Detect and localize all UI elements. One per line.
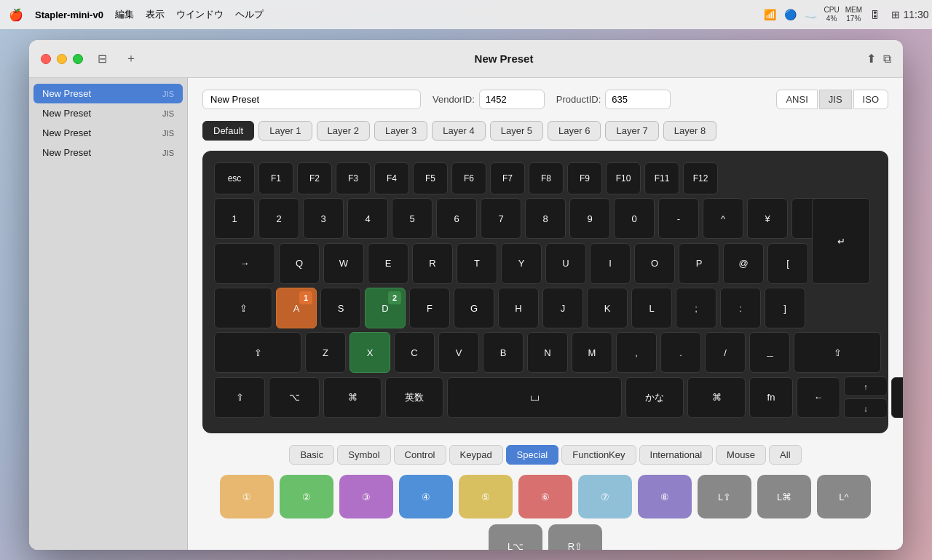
key-7[interactable]: 7: [481, 198, 521, 239]
key-shift-right[interactable]: ⇧: [794, 332, 881, 373]
key-tab[interactable]: →: [214, 243, 275, 284]
product-id-input[interactable]: [605, 90, 671, 109]
control-center-icon[interactable]: ⊞: [888, 7, 903, 22]
key-o[interactable]: O: [634, 243, 675, 284]
swatch-4[interactable]: ④: [399, 475, 453, 518]
layout-btn-ansi[interactable]: ANSI: [776, 90, 817, 109]
key-shift-left[interactable]: ⇧: [214, 332, 301, 373]
key-s[interactable]: S: [320, 288, 361, 328]
key-5[interactable]: 5: [392, 198, 433, 239]
key-space[interactable]: ⌴: [447, 377, 622, 418]
key-f10[interactable]: F10: [606, 162, 641, 194]
menu-help[interactable]: ヘルプ: [235, 8, 264, 21]
key-f1[interactable]: F1: [258, 162, 293, 194]
key-caps[interactable]: ⇪: [214, 288, 272, 328]
key-arrow-left[interactable]: ←: [797, 377, 840, 418]
app-name[interactable]: Stapler-mini-v0: [35, 9, 103, 20]
sidebar-item-2[interactable]: New Preset JIS: [33, 123, 183, 143]
swatch-lcmd[interactable]: L⌘: [757, 475, 811, 518]
key-cmd-right[interactable]: ⌘: [687, 377, 746, 418]
layer-tab-5[interactable]: Layer 5: [490, 121, 543, 141]
bluetooth-icon[interactable]: 🔵: [783, 7, 798, 22]
key-esc[interactable]: esc: [214, 162, 255, 194]
key-f2[interactable]: F2: [297, 162, 332, 194]
tab-keypad[interactable]: Keypad: [449, 445, 503, 465]
key-x[interactable]: X: [350, 332, 390, 373]
key-f3[interactable]: F3: [336, 162, 371, 194]
tab-basic[interactable]: Basic: [289, 445, 334, 465]
key-eisu[interactable]: 英数: [385, 377, 443, 418]
key-1[interactable]: 1: [214, 198, 255, 239]
key-f12[interactable]: F12: [683, 162, 718, 194]
add-button[interactable]: ＋: [121, 51, 141, 67]
key-comma[interactable]: ,: [616, 332, 657, 373]
key-t[interactable]: T: [457, 243, 497, 284]
key-0[interactable]: 0: [614, 198, 655, 239]
tab-mouse[interactable]: Mouse: [716, 445, 766, 465]
layout-btn-iso[interactable]: ISO: [853, 90, 888, 109]
key-globe[interactable]: ⇧: [214, 377, 265, 418]
swatch-lshift[interactable]: L⇧: [698, 475, 751, 518]
split-view-button[interactable]: ⧉: [883, 52, 891, 66]
key-a[interactable]: 1 A: [276, 288, 317, 328]
key-f5[interactable]: F5: [413, 162, 448, 194]
sidebar-item-3[interactable]: New Preset JIS: [33, 143, 183, 162]
key-f11[interactable]: F11: [644, 162, 679, 194]
key-p[interactable]: P: [679, 243, 719, 284]
key-m[interactable]: M: [572, 332, 612, 373]
key-cmd-left[interactable]: ⌘: [323, 377, 382, 418]
key-f9[interactable]: F9: [567, 162, 602, 194]
layer-tab-3[interactable]: Layer 3: [374, 121, 427, 141]
key-l[interactable]: L: [631, 288, 672, 328]
key-kana[interactable]: かな: [625, 377, 684, 418]
key-yen[interactable]: ¥: [747, 198, 788, 239]
key-minus[interactable]: -: [658, 198, 699, 239]
key-bracket-open[interactable]: [: [767, 243, 808, 284]
key-underscore[interactable]: ＿: [749, 332, 790, 373]
layer-tab-8[interactable]: Layer 8: [663, 121, 716, 141]
maximize-button[interactable]: [73, 54, 83, 64]
close-button[interactable]: [41, 54, 51, 64]
key-j[interactable]: J: [542, 288, 583, 328]
key-enter[interactable]: ↵: [812, 198, 870, 284]
key-arrow-down[interactable]: ↓: [844, 398, 888, 418]
layer-tab-1[interactable]: Layer 1: [258, 121, 312, 141]
minimize-button[interactable]: [57, 54, 67, 64]
key-f6[interactable]: F6: [451, 162, 486, 194]
key-b[interactable]: B: [483, 332, 524, 373]
tab-control[interactable]: Control: [394, 445, 446, 465]
swatch-lctrl[interactable]: L^: [817, 475, 871, 518]
vendor-id-input[interactable]: [479, 90, 545, 109]
key-option-left[interactable]: ⌥: [269, 377, 320, 418]
wifi-icon[interactable]: 📶: [763, 7, 778, 22]
layer-tab-2[interactable]: Layer 2: [317, 121, 370, 141]
tab-special[interactable]: Special: [506, 445, 559, 465]
tab-international[interactable]: International: [639, 445, 714, 465]
audio-icon[interactable]: 🎛: [868, 7, 882, 22]
key-slash[interactable]: /: [705, 332, 746, 373]
layer-tab-4[interactable]: Layer 4: [432, 121, 485, 141]
key-i[interactable]: I: [590, 243, 631, 284]
layout-btn-jis[interactable]: JIS: [819, 90, 852, 109]
key-v[interactable]: V: [438, 332, 479, 373]
swatch-rshift[interactable]: R⇧: [548, 524, 602, 550]
share-button[interactable]: ⬆: [866, 52, 876, 66]
layer-tab-default[interactable]: Default: [202, 121, 254, 141]
cloud-icon[interactable]: ☁️: [804, 7, 818, 22]
sidebar-toggle-button[interactable]: ⊟: [92, 51, 112, 67]
key-f4[interactable]: F4: [374, 162, 409, 194]
sidebar-item-1[interactable]: New Preset JIS: [33, 103, 183, 123]
key-c[interactable]: C: [394, 332, 435, 373]
key-w[interactable]: W: [323, 243, 364, 284]
key-y[interactable]: Y: [501, 243, 542, 284]
key-9[interactable]: 9: [569, 198, 610, 239]
key-3[interactable]: 3: [303, 198, 344, 239]
key-r[interactable]: R: [412, 243, 453, 284]
key-bracket-close[interactable]: ]: [765, 288, 805, 328]
key-f8[interactable]: F8: [529, 162, 564, 194]
menu-window[interactable]: ウインドウ: [176, 8, 224, 21]
key-colon[interactable]: :: [720, 288, 761, 328]
swatch-lalt[interactable]: L⌥: [489, 524, 542, 550]
key-8[interactable]: 8: [525, 198, 566, 239]
key-6[interactable]: 6: [436, 198, 477, 239]
